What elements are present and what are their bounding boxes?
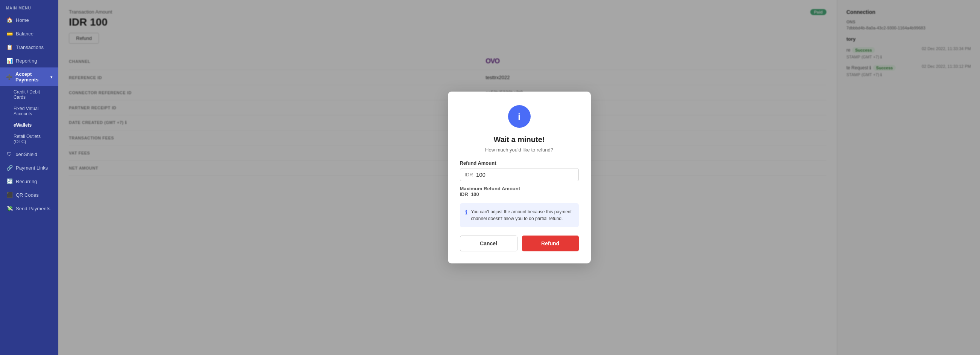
sidebar-item-home[interactable]: 🏠 Home [0, 13, 58, 27]
modal-actions: Cancel Refund [460, 235, 579, 251]
refund-input-wrap: IDR [460, 168, 579, 181]
sidebar-item-xenshield[interactable]: 🛡 xenShield [0, 147, 58, 161]
modal-subtitle: How much you'd like to refund? [485, 147, 553, 153]
sidebar-item-transactions[interactable]: 📋 Transactions [0, 40, 58, 54]
qr-icon: ⬛ [6, 192, 13, 198]
modal-title: Wait a minute! [494, 135, 545, 144]
sidebar-sub-retail-outlets[interactable]: Retail Outlets (OTC) [0, 131, 58, 147]
sidebar-item-balance[interactable]: 💳 Balance [0, 27, 58, 40]
sidebar-item-send-payments[interactable]: 💸 Send Payments [0, 201, 58, 215]
sidebar-sub-fixed-virtual[interactable]: Fixed Virtual Accounts [0, 103, 58, 120]
input-currency: IDR [465, 172, 473, 178]
payment-links-icon: 🔗 [6, 165, 13, 171]
main-menu-label: MAIN MENU [0, 0, 58, 13]
sidebar-sub-credit-debit[interactable]: Credit / Debit Cards [0, 86, 58, 103]
info-box: ℹ You can't adjust the amount because th… [460, 203, 579, 227]
refund-amount-input[interactable] [476, 171, 574, 178]
max-currency: IDR [460, 192, 471, 197]
send-payments-icon: 💸 [6, 205, 13, 211]
info-icon: ℹ [465, 209, 468, 216]
recurring-icon: 🔄 [6, 178, 13, 184]
info-text: You can't adjust the amount because this… [471, 208, 574, 222]
sidebar-item-qr-codes[interactable]: ⬛ QR Codes [0, 188, 58, 201]
max-refund-label: Maximum Refund Amount IDR 100 [460, 186, 520, 197]
balance-icon: 💳 [6, 30, 13, 37]
xenshield-icon: 🛡 [6, 151, 13, 157]
home-icon: 🏠 [6, 17, 13, 23]
sidebar-sub-ewallets[interactable]: eWallets [0, 120, 58, 131]
expand-icon: ▾ [51, 75, 52, 79]
refund-amount-label: Refund Amount [460, 160, 496, 166]
sidebar-item-accept-payments[interactable]: ➕ Accept Payments ▾ [0, 67, 58, 86]
sidebar-item-payment-links[interactable]: 🔗 Payment Links [0, 161, 58, 174]
accept-payments-icon: ➕ [6, 74, 13, 80]
sidebar-item-recurring[interactable]: 🔄 Recurring [0, 174, 58, 188]
modal-overlay: i Wait a minute! How much you'd like to … [58, 0, 980, 355]
cancel-button[interactable]: Cancel [460, 235, 517, 251]
refund-modal: i Wait a minute! How much you'd like to … [448, 91, 591, 264]
sidebar: MAIN MENU 🏠 Home 💳 Balance 📋 Transaction… [0, 0, 58, 355]
max-value: 100 [471, 192, 479, 197]
confirm-refund-button[interactable]: Refund [522, 235, 579, 251]
transactions-icon: 📋 [6, 44, 13, 50]
main-content: Transaction Amount IDR 100 Paid Refund C… [58, 0, 980, 355]
sidebar-item-reporting[interactable]: 📊 Reporting [0, 54, 58, 67]
reporting-icon: 📊 [6, 58, 13, 64]
modal-info-icon: i [508, 105, 531, 128]
